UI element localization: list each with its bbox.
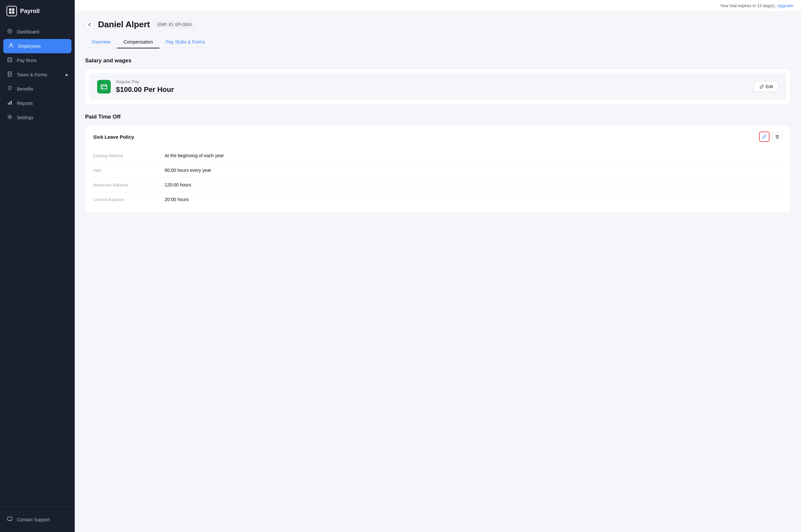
svg-rect-11 xyxy=(11,101,12,104)
sidebar-item-label: Reports xyxy=(17,101,33,106)
svg-rect-0 xyxy=(9,8,12,11)
pto-row-earning-method: Earning Method At the beginning of each … xyxy=(93,148,782,163)
salary-card: Regular Pay $100.00 Per Hour Edit xyxy=(85,69,790,104)
pay-details: Regular Pay $100.00 Per Hour xyxy=(116,79,749,94)
svg-point-12 xyxy=(9,116,11,118)
employee-header: Daniel Alpert EMP. ID: EP-0004 xyxy=(85,19,790,30)
emp-id-label: EMP. ID: xyxy=(157,22,174,27)
sidebar-item-label: Settings xyxy=(17,115,34,120)
pto-header: Sick Leave Policy xyxy=(93,132,782,142)
svg-rect-13 xyxy=(7,517,12,520)
edit-pay-button[interactable]: Edit xyxy=(754,81,779,92)
sidebar-item-label: Taxes & Forms xyxy=(17,72,47,77)
sidebar-item-reports[interactable]: Reports xyxy=(0,96,75,110)
chevron-right-icon: ▶ xyxy=(65,73,68,77)
pto-edit-button[interactable] xyxy=(759,132,769,142)
settings-icon xyxy=(6,114,13,121)
sidebar-item-employees[interactable]: Employees xyxy=(3,39,72,53)
pay-runs-icon xyxy=(6,57,13,64)
salary-section-title: Salary and wages xyxy=(85,57,790,64)
pto-policy-title: Sick Leave Policy xyxy=(93,134,134,140)
pto-max-balance-label: Maximum Balance xyxy=(93,183,165,187)
svg-point-5 xyxy=(9,31,11,32)
pto-card: Sick Leave Policy Earni xyxy=(85,125,790,213)
sidebar-bottom: Contact Support xyxy=(0,507,75,532)
sidebar-item-pay-runs[interactable]: Pay Runs xyxy=(0,53,75,68)
pto-max-balance-value: 120:00 hours xyxy=(165,182,191,187)
pto-earning-method-value: At the beginning of each year xyxy=(165,153,224,158)
pto-actions xyxy=(759,132,782,142)
main-content: Your trial expires in 13 day(s). Upgrade… xyxy=(75,0,801,532)
pto-current-balance-label: Current Balance xyxy=(93,197,165,202)
sidebar-item-settings[interactable]: Settings xyxy=(0,110,75,125)
pto-fields: Earning Method At the beginning of each … xyxy=(93,148,782,207)
logo-icon xyxy=(6,6,17,16)
pto-add-value: 60:00 hours every year xyxy=(165,168,211,173)
employee-id-badge: EMP. ID: EP-0004 xyxy=(154,21,195,28)
salary-card-inner: Regular Pay $100.00 Per Hour Edit xyxy=(89,73,786,100)
pto-delete-button[interactable] xyxy=(772,132,782,142)
pto-row-add: Add 60:00 hours every year xyxy=(93,163,782,177)
pto-section-title: Paid Time Off xyxy=(85,114,790,120)
svg-rect-3 xyxy=(12,12,14,14)
pto-add-label: Add xyxy=(93,168,165,173)
sidebar-item-dashboard[interactable]: Dashboard xyxy=(0,25,75,39)
pto-row-current-balance: Current Balance 20:00 hours xyxy=(93,192,782,207)
svg-rect-14 xyxy=(101,85,107,89)
top-bar: Your trial expires in 13 day(s). Upgrade xyxy=(75,0,801,12)
employee-name: Daniel Alpert xyxy=(98,19,150,30)
sidebar-item-contact-support[interactable]: Contact Support xyxy=(0,513,75,527)
regular-pay-label: Regular Pay xyxy=(116,79,749,84)
sidebar-item-label: Benefits xyxy=(17,87,34,92)
sidebar-item-label: Pay Runs xyxy=(17,58,37,63)
sidebar-nav: Dashboard Employees Pay Runs xyxy=(0,22,75,507)
svg-rect-9 xyxy=(8,103,9,104)
dashboard-icon xyxy=(6,28,13,35)
back-button[interactable] xyxy=(85,20,94,29)
sidebar-item-benefits[interactable]: Benefits xyxy=(0,82,75,96)
pay-icon xyxy=(97,80,111,94)
pto-current-balance-value: 20:00 hours xyxy=(165,197,189,202)
edit-label: Edit xyxy=(766,84,773,89)
sidebar: Payroll Dashboard Employees xyxy=(0,0,75,532)
svg-rect-2 xyxy=(9,12,12,14)
contact-support-icon xyxy=(6,516,13,523)
taxes-forms-icon xyxy=(6,72,13,78)
reports-icon xyxy=(6,100,13,107)
svg-point-15 xyxy=(102,87,103,88)
content-area: Daniel Alpert EMP. ID: EP-0004 Overview … xyxy=(75,12,801,532)
svg-rect-10 xyxy=(9,102,11,104)
sidebar-item-label: Contact Support xyxy=(17,517,50,522)
tab-compensation[interactable]: Compensation xyxy=(117,36,159,49)
upgrade-link[interactable]: Upgrade xyxy=(777,3,793,8)
svg-point-6 xyxy=(10,43,12,45)
app-title: Payroll xyxy=(20,8,40,15)
sidebar-item-label: Dashboard xyxy=(17,29,39,34)
svg-rect-1 xyxy=(12,8,14,11)
trial-notice-text: Your trial expires in 13 day(s). xyxy=(720,3,776,8)
tab-pay-stubs-forms[interactable]: Pay Stubs & Forms xyxy=(159,36,212,49)
app-logo: Payroll xyxy=(0,0,75,22)
tabs: Overview Compensation Pay Stubs & Forms xyxy=(85,36,790,49)
emp-id-value: EP-0004 xyxy=(175,22,192,27)
pto-earning-method-label: Earning Method xyxy=(93,153,165,158)
employees-icon xyxy=(8,43,14,50)
sidebar-item-label: Employees xyxy=(18,43,41,49)
regular-pay-amount: $100.00 Per Hour xyxy=(116,86,749,94)
pto-row-max-balance: Maximum Balance 120:00 hours xyxy=(93,177,782,192)
sidebar-item-taxes-forms[interactable]: Taxes & Forms ▶ xyxy=(0,68,75,82)
benefits-icon xyxy=(6,86,13,92)
tab-overview[interactable]: Overview xyxy=(85,36,117,49)
